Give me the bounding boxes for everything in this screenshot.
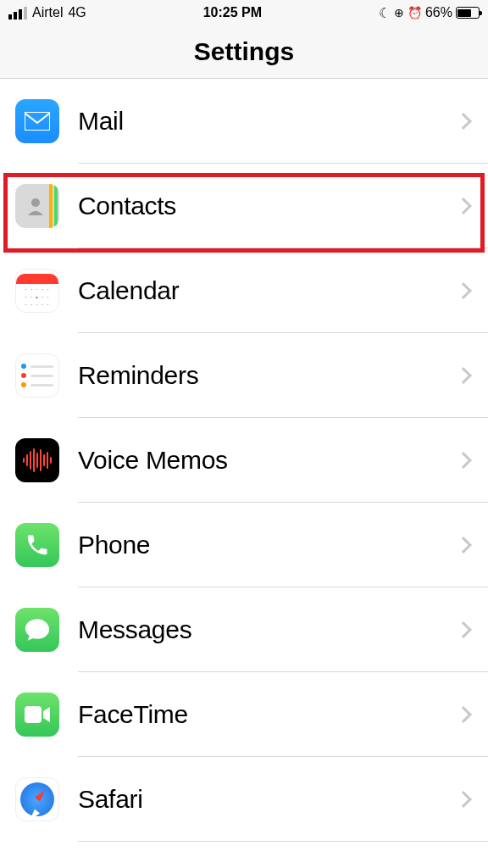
nav-bar: Settings <box>0 25 488 79</box>
row-label: Messages <box>78 615 458 644</box>
settings-row-messages[interactable]: Messages <box>0 587 488 672</box>
mail-icon <box>15 99 59 143</box>
status-left: Airtel 4G <box>8 5 86 20</box>
settings-row-phone[interactable]: Phone <box>0 503 488 587</box>
svg-rect-0 <box>25 112 50 131</box>
signal-icon <box>8 7 27 19</box>
chevron-right-icon <box>455 537 472 554</box>
settings-row-reminders[interactable]: Reminders <box>0 333 488 418</box>
alarm-icon: ⏰ <box>408 6 422 19</box>
settings-row-safari[interactable]: Safari <box>0 757 488 842</box>
chevron-right-icon <box>455 452 472 469</box>
settings-row-facetime[interactable]: FaceTime <box>0 672 488 757</box>
safari-icon <box>15 777 59 821</box>
network-label: 4G <box>68 5 86 20</box>
chevron-right-icon <box>455 282 472 299</box>
dnd-icon: ☾ <box>379 5 391 21</box>
chevron-right-icon <box>455 113 472 130</box>
settings-row-mail[interactable]: Mail <box>0 79 488 164</box>
messages-icon <box>15 608 59 652</box>
chevron-right-icon <box>455 367 472 384</box>
facetime-icon <box>15 693 59 737</box>
row-label: Contacts <box>78 192 458 220</box>
clock-label: 10:25 PM <box>203 5 262 20</box>
page-title: Settings <box>0 37 488 66</box>
row-label: Reminders <box>78 361 458 390</box>
orientation-lock-icon: ⊕ <box>394 6 404 19</box>
phone-icon <box>15 523 59 567</box>
battery-icon <box>456 7 480 19</box>
status-bar: Airtel 4G 10:25 PM ☾ ⊕ ⏰ 66% <box>0 0 488 25</box>
settings-row-calendar[interactable]: · · · · ·· · • · ·· · · · · Calendar <box>0 248 488 333</box>
chevron-right-icon <box>455 198 472 214</box>
svg-point-1 <box>31 198 40 207</box>
carrier-label: Airtel <box>32 5 63 20</box>
row-label: FaceTime <box>78 700 458 729</box>
row-label: Calendar <box>78 276 458 305</box>
settings-row-contacts[interactable]: Contacts <box>0 164 488 248</box>
row-label: Voice Memos <box>78 446 458 475</box>
calendar-icon: · · · · ·· · • · ·· · · · · <box>15 269 59 313</box>
battery-fill <box>458 9 470 17</box>
chevron-right-icon <box>455 706 472 723</box>
settings-list: Mail Contacts · · · · ·· · • · ·· · · · … <box>0 79 488 842</box>
chevron-right-icon <box>455 621 472 638</box>
voice-memos-icon <box>15 438 59 482</box>
svg-rect-2 <box>25 706 42 723</box>
status-right: ☾ ⊕ ⏰ 66% <box>379 5 480 21</box>
contacts-icon <box>15 184 59 228</box>
chevron-right-icon <box>455 791 472 808</box>
row-label: Phone <box>78 531 458 559</box>
row-label: Mail <box>78 107 458 136</box>
reminders-icon <box>15 353 59 398</box>
battery-pct-label: 66% <box>425 5 452 20</box>
settings-row-voice-memos[interactable]: Voice Memos <box>0 418 488 503</box>
row-label: Safari <box>78 785 458 814</box>
